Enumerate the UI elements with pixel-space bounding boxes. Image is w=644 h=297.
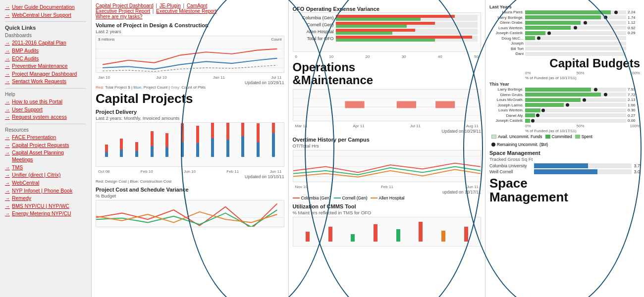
link-camagnt[interactable]: CamAgnt xyxy=(187,3,208,8)
sidebar-link-pm-dashboard[interactable]: Project Manager Dashboard xyxy=(5,71,86,78)
person-larino: Joseph Larino. 1.00 xyxy=(489,103,640,107)
this-year-bars: Larry Bortinge. 7.93 Glenn Grubs. 7.72 L… xyxy=(489,87,640,123)
vol-legend: Red: Total Project $ | Blue: Project Cou… xyxy=(96,85,284,90)
hbar-allen: Allen Hospital xyxy=(296,29,478,35)
ops-axis: Mar 11Apr 11Jul 11Aug 11 xyxy=(293,124,482,128)
sidebar-link-sentact[interactable]: Sentact Work Requests xyxy=(5,78,86,85)
top-links-row: Capital Project Dashboard | JE-Plugin | … xyxy=(96,3,284,19)
vol-section-sub: Last 2 years xyxy=(96,29,284,34)
ops-line-chart xyxy=(293,89,482,121)
person-pierd: Laura Pierd. 2.24 xyxy=(489,10,640,14)
vol-axis: Jan 10Jul 10Jan 11Jul 11 xyxy=(96,75,284,80)
quick-links-title: Quick Links xyxy=(5,25,86,31)
y-label-millions: $ millions xyxy=(98,37,114,42)
sidebar-link-user-guide[interactable]: User Guide Documentation xyxy=(5,4,86,11)
sidebar-link-unifier[interactable]: Unifier (direct | Citrix) xyxy=(5,172,86,179)
hbar-label-allen: Allen Hospital xyxy=(296,29,336,34)
space-columbia: Columbia University 3.7 xyxy=(489,163,640,168)
sidebar: User Guide Documentation WebCentral User… xyxy=(0,0,92,297)
sidebar-link-tms[interactable]: TMS xyxy=(5,164,86,171)
pct-axis-this: 0%50%100% xyxy=(489,124,640,128)
hbar-label-cornell: Cornell (Gen) xyxy=(296,22,336,27)
resources-title: Resources xyxy=(5,127,86,133)
hbar-total: Total for OFO xyxy=(296,36,478,42)
sidebar-link-bmp[interactable]: BMP Audits xyxy=(5,48,86,54)
capital-projects-column: Capital Project Dashboard | JE-Plugin | … xyxy=(92,0,289,297)
link-exec-milestone[interactable]: Executive Milestone Report xyxy=(156,8,216,14)
last-years-label: Last Years xyxy=(489,4,640,9)
hbar-label-columbia: Columbia (Gen) xyxy=(296,15,336,20)
person-grubs: Glenn Grubs. 7.72 xyxy=(489,93,640,97)
person-joseph: Joseph xyxy=(489,41,640,46)
person-wertein-ly: Louis Wertein. 0.92 xyxy=(489,26,640,30)
space-mgmt-sub: Tracked Gross Sq Ft xyxy=(489,156,640,162)
sidebar-link-bms[interactable]: BMS NYP/CU | NYP/WC xyxy=(5,203,86,210)
delivery-chart xyxy=(96,122,284,167)
person-dani: Dani xyxy=(489,51,640,56)
person-bortinge-ty: Larry Bortinge. 7.93 xyxy=(489,87,640,92)
y-label-count: Count xyxy=(271,37,281,42)
person-danel: Danel Aly. 0.27 xyxy=(489,113,640,118)
budget-axis-label-ly: % of Funded (as of 10/17/11) xyxy=(489,76,640,80)
ofo-chart: Columbia (Gen) Cornell (Gen) Allen Hospi… xyxy=(293,12,482,52)
person-bortinge-ly: Larry Bortinge. 1.74 xyxy=(489,15,640,20)
legend-cornell: Cornell (Gen) xyxy=(342,196,368,200)
sidebar-link-nyp-infonet[interactable]: NYP Infonet | Phone Book xyxy=(5,188,86,195)
svg-rect-7 xyxy=(345,101,364,108)
delivery-axis: Oct 08Feb 10Jun 10Feb 11Jun 11 xyxy=(96,169,284,174)
sidebar-link-how-to[interactable]: How to use this Portal xyxy=(5,99,86,105)
sidebar-link-webcentral2[interactable]: WebCentral xyxy=(5,180,86,187)
variance-chart xyxy=(96,200,284,227)
capital-projects-label: Capital Projects xyxy=(96,92,284,106)
link-where-tasks[interactable]: Where are my tasks? xyxy=(96,14,142,19)
sidebar-link-capital-requests[interactable]: Capital Project Requests xyxy=(5,142,86,149)
space-mgmt-title: Space Management xyxy=(489,150,640,156)
overtime-axis: Nov 10Feb 11Jun 11 xyxy=(293,185,482,189)
link-capital-dashboard[interactable]: Capital Project Dashboard xyxy=(96,3,154,8)
budget-legend: Avail. Uncommit. Funds Committed Spent R… xyxy=(489,134,640,147)
cmms-sub: % Maint hrs reflected in TMS for OFO xyxy=(293,210,482,215)
sidebar-link-face[interactable]: FACE Presentation xyxy=(5,134,86,141)
variance-sub: % Budget xyxy=(96,193,284,198)
operations-column: OFO Operating Expense Variance Columbia … xyxy=(289,0,486,297)
ofo-title: OFO Operating Expense Variance xyxy=(293,6,482,12)
vol-updated: Updated on 10/29/11 xyxy=(96,80,284,85)
svg-rect-8 xyxy=(396,101,416,108)
sidebar-link-remedy[interactable]: Remedy xyxy=(5,195,86,202)
overtime-sub: OT/Total Hrs xyxy=(293,143,482,148)
help-title: Help xyxy=(5,92,86,97)
link-exec-report[interactable]: Executive Project Report xyxy=(96,8,150,14)
main-content: Capital Project Dashboard | JE-Plugin | … xyxy=(92,0,644,297)
overtime-updated: updated on 10/17/11 xyxy=(293,190,482,195)
this-year-label: This Year xyxy=(489,82,640,87)
sidebar-link-user-support[interactable]: User Support xyxy=(5,106,86,113)
legend-columbia: Columbia (Gen) xyxy=(301,196,331,200)
vol-section-title: Volume of Project in Design & Constructi… xyxy=(96,22,284,28)
sidebar-link-prev-maint[interactable]: Preventive Maintenance xyxy=(5,63,86,70)
hbar-label-total: Total for OFO xyxy=(296,36,336,41)
overtime-legend: Columbia (Gen) Cornell (Gen) Allen Hospi… xyxy=(293,196,482,200)
overtime-chart xyxy=(293,150,482,182)
person-orabe: Glenn Orabe. 1.12 xyxy=(489,20,640,25)
budget-axis-label-ty: % of Funded (as of 10/17/11) xyxy=(489,129,640,133)
ops-updated: Updated on 10/29/11 xyxy=(293,129,482,134)
cmms-chart xyxy=(293,217,482,247)
sidebar-link-capital-asset[interactable]: Capital Asset Planning Meetings xyxy=(5,149,86,163)
sidebar-link-energy[interactable]: Energy Metering NYP/CU xyxy=(5,210,86,217)
capital-budgets-label: Capital Budgets xyxy=(489,57,640,70)
cmms-title: Utilization of CMMS Tool xyxy=(293,203,482,209)
last-year-bars: Laura Pierd. 2.24 Larry Bortinge. 1.74 G… xyxy=(489,10,640,56)
person-mcgrath: Louis McGrath. 2.13 xyxy=(489,98,640,102)
sidebar-link-eoc[interactable]: EOC Audits xyxy=(5,55,86,62)
sidebar-link-webcentral-support[interactable]: WebCentral User Support xyxy=(5,12,86,19)
sidebar-link-capital-plan[interactable]: 2011-2016 Capital Plan xyxy=(5,40,86,47)
sidebar-link-request-access[interactable]: Request system access xyxy=(5,114,86,121)
delivery-title: Project Delivery xyxy=(96,109,284,115)
person-castelli-ly: Joseph Castelli. 0.29 xyxy=(489,31,640,35)
volume-svg xyxy=(96,43,284,73)
overtime-title: Overtime History per Campus xyxy=(293,137,482,143)
operations-label: Operations&Maintenance xyxy=(293,61,482,87)
link-je-plugin[interactable]: JE-Plugin xyxy=(160,3,181,8)
dashboards-label: Dashboards xyxy=(5,33,86,38)
pct-axis-last: 0%50%100% xyxy=(489,71,640,75)
